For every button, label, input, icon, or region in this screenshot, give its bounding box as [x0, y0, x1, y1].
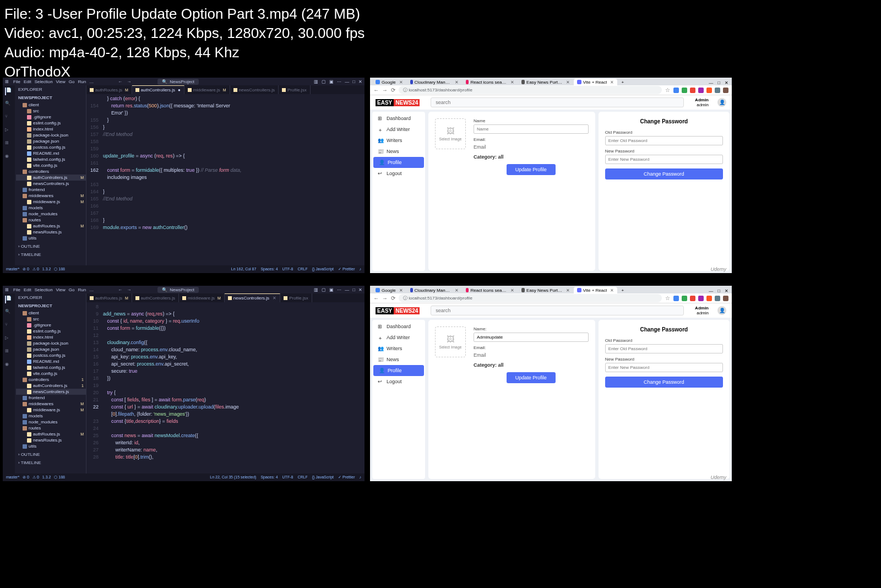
file-tree-item[interactable]: index.html [16, 126, 86, 132]
editor-tab[interactable]: Profile.jsx [279, 85, 311, 94]
editor-tab[interactable]: middleware.js [184, 85, 230, 94]
editor-tab[interactable]: middleware.js [179, 293, 225, 302]
file-tree-item[interactable]: frontend [16, 395, 86, 401]
file-tree-item[interactable]: postcss.config.js [16, 352, 86, 358]
file-tree-item[interactable]: src [16, 316, 86, 322]
extension-icon[interactable] [723, 88, 728, 93]
file-tree-item[interactable]: authControllers.js [16, 175, 86, 181]
file-tree-item[interactable]: src [16, 108, 86, 114]
file-tree-item[interactable]: README.md [16, 150, 86, 156]
file-tree-item[interactable]: controllers [16, 377, 86, 383]
extension-icon[interactable] [715, 88, 720, 93]
new-password-input[interactable] [605, 363, 723, 372]
reload-button[interactable]: ⟳ [391, 87, 395, 93]
extension-icon[interactable] [673, 296, 679, 301]
file-tree-item[interactable]: middlewares [16, 401, 86, 407]
sidebar-item-news[interactable]: 📰News [372, 146, 425, 157]
old-password-input[interactable] [605, 136, 723, 145]
address-bar[interactable]: ⓘ localhost:5173/dashboard/profile [399, 294, 662, 302]
new-password-input[interactable] [605, 155, 723, 164]
file-tree-item[interactable]: authRoutes.js [16, 223, 86, 229]
sidebar-item-news[interactable]: 📰News [372, 354, 425, 365]
file-tree-item[interactable]: tailwind.config.js [16, 156, 86, 162]
file-tree-item[interactable]: frontend [16, 187, 86, 193]
sidebar-item-logout[interactable]: ↩Logout [372, 376, 425, 387]
code-editor[interactable]: } catch (error) {154 return res.status(5… [86, 94, 365, 265]
file-tree-item[interactable]: eslint.config.js [16, 120, 86, 126]
browser-tab[interactable]: Cloudinary Management Con…✕ [407, 79, 462, 85]
search-icon[interactable]: 🔍 [5, 101, 13, 108]
file-tree-item[interactable]: authControllers.js [16, 383, 86, 389]
browser-tab[interactable]: Vite + React✕ [574, 287, 618, 293]
editor-tab[interactable]: authControllers.js [132, 85, 184, 94]
file-tree-item[interactable]: newsRoutes.js [16, 229, 86, 235]
sidebar-item-profile[interactable]: 👤Profile [373, 157, 424, 168]
editor-tab[interactable]: authRoutes.js [86, 85, 132, 94]
browser-tab[interactable]: React icons search results✕ [463, 79, 518, 85]
file-tree-item[interactable]: routes [16, 217, 86, 223]
browser-tab[interactable]: Easy News Portal Ninja✕ [518, 287, 573, 293]
file-tree-item[interactable]: authRoutes.js [16, 431, 86, 437]
file-tree-item[interactable]: middleware.js [16, 407, 86, 413]
avatar[interactable]: 👤 [717, 98, 726, 107]
old-password-input[interactable] [605, 344, 723, 353]
file-tree-item[interactable]: client [16, 310, 86, 316]
change-password-button[interactable]: Change Password [605, 377, 723, 388]
file-tree-item[interactable]: node_modules [16, 419, 86, 425]
file-tree-item[interactable]: package-lock.json [16, 132, 86, 138]
extension-icon[interactable] [698, 88, 704, 93]
debug-icon[interactable]: ▷ [5, 127, 13, 135]
editor-tab[interactable]: Profile.jsx [280, 293, 312, 302]
forward-button[interactable]: → [382, 295, 388, 301]
extension-icon[interactable] [715, 296, 720, 301]
file-tree-item[interactable]: eslint.config.js [16, 328, 86, 334]
extension-icon[interactable] [698, 296, 704, 301]
explorer-icon[interactable]: 📄 [5, 88, 13, 95]
editor-tab[interactable]: authRoutes.js [86, 293, 132, 302]
back-button[interactable]: ← [373, 87, 379, 93]
file-tree-item[interactable]: .gitignore [16, 114, 86, 120]
app-search-input[interactable] [431, 306, 684, 315]
file-tree-item[interactable]: models [16, 413, 86, 419]
remote-icon[interactable]: ◉ [5, 154, 13, 161]
browser-tab[interactable]: Easy News Portal Ninja✕ [518, 79, 573, 85]
code-editor[interactable]: 8 9add_news = async (req,res) => {10 con… [86, 302, 365, 473]
sidebar-item-dashboard[interactable]: ⊞Dashboard [372, 113, 425, 124]
file-tree-item[interactable]: newsRoutes.js [16, 437, 86, 443]
file-tree-item[interactable]: middlewares [16, 193, 86, 199]
extension-icon[interactable] [706, 88, 712, 93]
editor-tab[interactable]: newsControllers.js [230, 85, 279, 94]
back-button[interactable]: ← [373, 295, 379, 301]
editor-tab[interactable]: newsControllers.js✕ [225, 293, 280, 302]
extension-icon[interactable] [723, 296, 728, 301]
file-tree-item[interactable]: tailwind.config.js [16, 364, 86, 371]
browser-tab[interactable]: Vite + React✕ [574, 79, 618, 85]
avatar[interactable]: 👤 [717, 306, 726, 315]
file-tree-item[interactable]: README.md [16, 358, 86, 364]
new-tab-button[interactable]: + [618, 287, 627, 293]
scm-icon[interactable]: ⑂ [5, 114, 13, 122]
extension-icon[interactable] [706, 296, 712, 301]
file-tree-item[interactable]: node_modules [16, 211, 86, 217]
change-password-button[interactable]: Change Password [605, 168, 723, 179]
file-tree-item[interactable]: models [16, 205, 86, 211]
name-input[interactable] [474, 124, 589, 134]
file-tree-item[interactable]: .gitignore [16, 322, 86, 328]
address-bar[interactable]: ⓘ localhost:5173/dashboard/profile [399, 86, 662, 94]
new-tab-button[interactable]: + [618, 79, 627, 85]
file-tree-item[interactable]: newsControllers.js [16, 389, 86, 395]
sidebar-item-profile[interactable]: 👤Profile [373, 365, 424, 376]
browser-tab[interactable]: Cloudinary Management Con…✕ [407, 287, 462, 293]
extension-icon[interactable] [690, 296, 695, 301]
sidebar-item-dashboard[interactable]: ⊞Dashboard [372, 321, 425, 332]
file-tree-item[interactable]: middleware.js [16, 199, 86, 205]
extension-icon[interactable] [690, 88, 695, 93]
extension-icon[interactable] [682, 88, 687, 93]
reload-button[interactable]: ⟳ [391, 295, 395, 301]
file-tree-item[interactable]: index.html [16, 334, 86, 340]
browser-tab[interactable]: Google✕ [372, 79, 406, 85]
sidebar-item-writers[interactable]: 👥Writers [372, 135, 425, 146]
file-tree-item[interactable]: utils [16, 443, 86, 449]
file-tree-item[interactable]: controllers [16, 168, 86, 175]
file-tree-item[interactable]: utils [16, 235, 86, 241]
